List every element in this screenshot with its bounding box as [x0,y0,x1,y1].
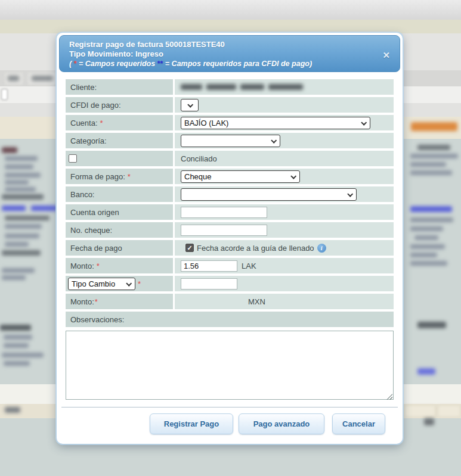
fecha-pago-label-text: Fecha de pago [70,244,122,253]
olive-band [0,20,461,33]
cuenta-origen-input[interactable] [181,207,267,218]
required-star: * [97,262,100,270]
tipo-cambio-value-cell [175,276,394,291]
legend-open: ( [69,60,74,68]
form-row-cuenta: Cuenta:* BAJÍO (LAK) [66,115,394,130]
blurred-cell [438,405,460,417]
cliente-label: Cliente: [66,79,173,95]
conciliado-label-text: Conciliado [181,154,217,163]
observaciones-textarea[interactable] [66,331,394,400]
monto-mxn-label-text: Monto: [70,297,94,306]
blurred-link [31,206,58,211]
blurred-text [2,268,35,273]
info-icon[interactable]: i [317,244,326,253]
modal-footer: Registrar Pago Pago avanzado Cancelar [57,413,403,435]
forma-pago-label: Forma de pago:* [66,169,173,184]
no-cheque-input[interactable] [181,225,267,236]
blurred-text [4,343,29,348]
categoria-value-cell [175,133,394,148]
blurred-text [0,325,31,331]
blurred-text [424,418,434,425]
observaciones-label-text: Observaciones: [70,315,124,324]
cuenta-label: Cuenta:* [66,115,173,130]
blurred-link [2,206,26,211]
chevron-down-icon [271,137,277,143]
conciliado-checkbox[interactable] [69,154,77,163]
chevron-down-icon [347,191,353,197]
banco-label: Banco: [66,186,173,202]
form-row-tipo-cambio: Tipo Cambio * [66,276,394,291]
cuenta-origen-value-cell [175,204,394,220]
cliente-label-text: Cliente: [70,83,97,92]
chevron-down-icon [126,280,132,286]
blurred-text [410,154,458,158]
payment-modal: Registrar pago de factura 500018TESTE40 … [57,33,403,444]
blurred-text [5,242,29,247]
blurred-text [2,250,41,256]
forma-pago-value-cell: Cheque [175,169,394,184]
no-cheque-label-text: No. cheque: [70,226,112,235]
tipo-cambio-select[interactable]: Tipo Cambio [68,278,135,290]
cancelar-button[interactable]: Cancelar [332,413,385,434]
blurred-cell [404,405,435,417]
form-row-monto: Monto:* LAK [66,258,394,273]
blurred-text [410,226,443,231]
chevron-down-icon [361,119,367,125]
cfdi-star: ** [157,60,163,68]
required-star: * [128,172,131,181]
registrar-pago-button[interactable]: Registrar Pago [150,413,233,434]
banco-value-cell [175,186,394,202]
cuenta-origen-label-text: Cuenta origen [70,208,119,217]
legend-mid: = Campos requeridos [77,60,157,68]
cliente-value-cell [175,79,394,95]
tipo-cambio-input[interactable] [181,278,237,290]
tipo-cambio-select-value: Tipo Cambio [72,279,115,288]
categoria-select[interactable] [181,135,280,147]
cfdi-value-cell [175,97,394,113]
form-row-fecha-pago: Fecha de pago ✓ Fecha acorde a la guía d… [66,240,394,256]
pago-avanzado-button[interactable]: Pago avanzado [239,413,324,434]
monto-input[interactable] [181,260,237,272]
cuenta-select[interactable]: BAJÍO (LAK) [181,117,370,129]
blurred-text [2,353,44,357]
blurred-column-header [5,407,20,413]
required-star: * [138,279,141,288]
blurred-text [5,216,49,220]
form-row-conciliado: Conciliado [66,151,394,166]
blurred-text [5,164,33,169]
fecha-pago-label: Fecha de pago [66,240,173,256]
banco-select[interactable] [181,188,357,201]
blurred-text [4,361,30,366]
payment-form: Cliente: CFDI de pago: Cuenta:* BAJÍO (L… [66,79,394,402]
tipo-cambio-label-cell: Tipo Cambio * [66,276,173,291]
blurred-text [410,244,445,249]
blurred-text [5,224,42,229]
form-row-cliente: Cliente: [66,79,394,95]
fecha-pago-value-cell: ✓ Fecha acorde a la guía de llenado i [175,240,394,256]
legend-end: = Campos requeridos para CFDI de pago) [163,60,312,68]
blurred-text [5,234,39,238]
modal-header: Registrar pago de factura 500018TESTE40 … [59,35,400,72]
cuenta-select-value: BAJÍO (LAK) [184,119,228,127]
cuenta-origen-label: Cuenta origen [66,204,173,220]
check-icon: ✓ [187,245,192,251]
close-icon[interactable]: ✕ [382,50,390,61]
cliente-value-redacted [181,84,303,90]
form-row-cuenta-origen: Cuenta origen [66,204,394,220]
blurred-text [5,180,29,185]
conciliado-value-cell: Conciliado [175,151,394,166]
monto-mxn-value-cell: MXN [175,294,394,309]
observaciones-area [66,331,394,402]
blurred-text [2,194,44,200]
cfdi-select[interactable] [181,99,199,111]
fecha-guia-checkbox[interactable]: ✓ [185,244,194,252]
blurred-text [5,173,41,178]
blurred-text [2,147,17,153]
monto-label-text: Monto: [70,262,94,270]
blurred-link [410,206,452,212]
observaciones-label: Observaciones: [66,312,394,327]
modal-subtitle: Tipo Movimiento: Ingreso [69,49,390,59]
forma-pago-select[interactable]: Cheque [181,170,300,183]
blurred-orange-title [411,122,457,131]
blurred-tab-text [32,76,53,81]
